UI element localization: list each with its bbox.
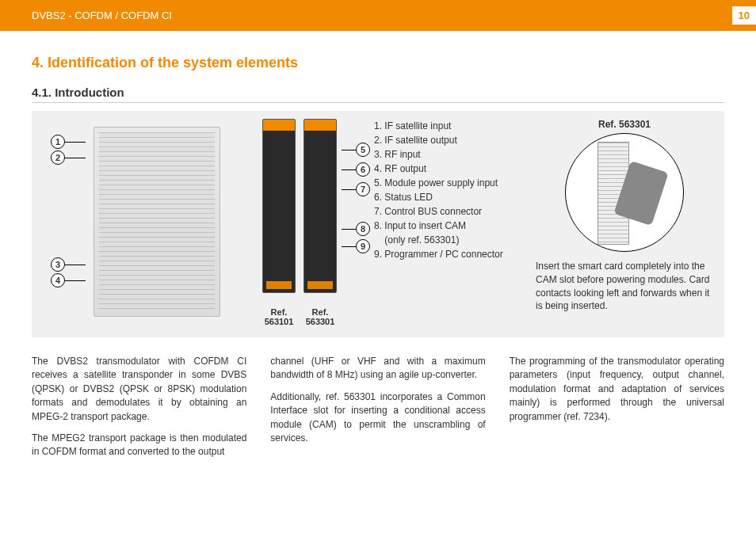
callout-9: 9 [342, 239, 370, 253]
ref-b: Ref. 563301 [304, 307, 337, 326]
callout-4: 4 [51, 273, 86, 287]
page-content: 4. Identification of the system elements… [0, 31, 756, 467]
subsection-heading: 4.1. Introduction [32, 86, 724, 99]
cam-detail-illustration [565, 133, 684, 252]
module-b [304, 119, 337, 293]
col-2: channel (UHF or VHF and with a maximum b… [270, 355, 485, 467]
detail-caption: Insert the smart card completely into th… [536, 260, 713, 313]
col-1: The DVBS2 transmodulator with COFDM CI r… [32, 355, 246, 467]
callout-5: 5 [342, 143, 370, 157]
figure-modules: 5 6 7 8 9 Ref. 563101 Ref. 563301 [236, 119, 363, 326]
figure-heatsink: 1 2 3 4 [43, 119, 225, 325]
callout-1: 1 [51, 135, 86, 149]
col-3: The programming of the transmodulator op… [510, 355, 724, 467]
figure-legend: 1. IF satellite input 2. IF satellite ou… [374, 119, 525, 261]
heatsink-illustration [94, 127, 220, 317]
module-ref-labels: Ref. 563101 Ref. 563301 [262, 307, 337, 326]
ref-a: Ref. 563101 [262, 307, 296, 326]
detail-ref: Ref. 563301 [598, 119, 651, 130]
figure-detail: Ref. 563301 Insert the smart card comple… [536, 119, 713, 313]
callout-2: 2 [51, 150, 86, 165]
module-a [262, 119, 296, 293]
section-heading: 4. Identification of the system elements [32, 55, 724, 71]
figure-panel: 1 2 3 4 5 6 7 8 9 [32, 111, 724, 337]
divider [32, 102, 724, 103]
header-bar: DVBS2 - COFDM / COFDM CI 10 [0, 0, 756, 31]
callout-8: 8 [342, 222, 370, 236]
callout-7: 7 [342, 182, 370, 196]
doc-title: DVBS2 - COFDM / COFDM CI [32, 10, 172, 21]
body-columns: The DVBS2 transmodulator with COFDM CI r… [32, 355, 724, 467]
callout-6: 6 [342, 162, 370, 177]
page-number: 10 [732, 6, 756, 25]
callout-3: 3 [51, 257, 86, 272]
